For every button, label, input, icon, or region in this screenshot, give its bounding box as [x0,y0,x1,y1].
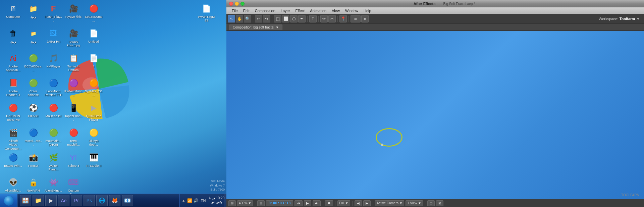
perfectmon-icon-img: 🟣 [68,78,79,89]
ae-grid-button[interactable]: ⊞ [257,200,265,206]
icon-folder-wobod[interactable]: 📁 وبود [24,2,43,26]
close-button[interactable] [229,2,233,6]
icon-mountain[interactable]: 🟢 mountain... (0108) [44,126,63,150]
icon-sebze[interactable]: 🔴 SebZeS0me... [84,2,103,26]
language-indicator[interactable]: EN [201,199,206,203]
grid-icon: ⊞ [260,201,262,205]
tool-text[interactable]: T [309,15,317,22]
tool-clone[interactable]: ✂ [328,15,336,22]
menu-edit[interactable]: Edit [240,8,252,13]
menu-file[interactable]: File [229,8,240,13]
notif-expand-arrow[interactable]: ▲ [182,199,185,202]
icon-adobe[interactable]: Ai Adobe Applicati... [4,52,22,76]
maximize-button[interactable] [240,2,245,6]
tool-puppet[interactable]: 📍 [339,15,347,22]
workspace-dropdown-arrow[interactable]: ▼ [636,17,640,21]
tool-rounded-rect[interactable]: ⬜ [282,15,289,22]
start-button[interactable] [0,194,17,207]
icon-bccae[interactable]: 🟢 BCCAEDea... [24,52,43,76]
icon-prtscr[interactable]: 📸 Prntscr [24,151,43,175]
tool-orbit[interactable]: ↪ [263,15,270,22]
menu-help[interactable]: Help [361,8,374,13]
icon-daemon[interactable]: 🔴 DAEMON Tools Pro [4,101,22,125]
taskbar-folder-btn[interactable]: 📁 [33,195,44,206]
icon-wplant[interactable]: 🌿 Walter Plant... [44,151,63,175]
icon-file-top[interactable]: 📄 WV3hT4gM93 [197,2,216,23]
icon-royaye-mpg[interactable]: 🎥 royaye khis.mpg [64,27,83,51]
tool-selection[interactable]: ↖ [228,15,235,22]
network-icon[interactable]: 📶 [187,198,192,203]
ae-timecode[interactable]: 0:00:03:13 [266,200,293,206]
icon-fifa[interactable]: ⚽ FIFA08 [24,101,43,125]
icon-jaber[interactable]: 🖼 JABer Hn [44,27,63,51]
icon-tamin[interactable]: 📋 Tamin In Hattam [64,52,83,76]
taskbar-explorer-btn[interactable]: 🪟 [20,195,31,206]
ae-quality-dropdown[interactable]: Full ▼ [337,200,350,206]
icon-receitl[interactable]: 🔵 receitl...Mn... [24,126,43,150]
icon-num1[interactable]: 📄 ۱ [84,52,103,76]
tool-rotate[interactable]: ↩ [255,15,262,22]
taskbar-pr-btn[interactable]: Pr [71,195,82,206]
taskbar-ae-btn[interactable]: Ae [58,195,69,206]
menu-window[interactable]: Window [342,8,361,13]
icon-mojib[interactable]: 🔴 Mojib.so.lbl [44,101,63,125]
taskbar-firefox-btn[interactable]: 🦊 [109,195,120,206]
ae-prev-btn[interactable]: ◀ [355,200,362,206]
menu-view[interactable]: View [329,8,342,13]
ae-play-button[interactable]: ▶ [304,200,311,206]
ae-camera-dropdown[interactable]: Active Camera ▼ [375,200,404,206]
icon-fistudio[interactable]: 🎹 FI-Studio II [84,151,103,175]
icon-kmplayer[interactable]: 🎵 KMPlayer [44,52,63,76]
ae-goto-start[interactable]: ⏮ [294,200,303,206]
ae-next-btn[interactable]: ▶ [363,200,371,206]
icon-reader[interactable]: 📕 Adobe Reader D [4,76,22,101]
ae-toggle1[interactable]: ⊡ [427,200,435,206]
system-clock[interactable]: 10:20 ق.ظ ۱۳۹۱/۷/۱ [208,196,224,205]
tool-rectangle[interactable]: ⬚ [274,15,281,22]
menu-animation[interactable]: Animation [307,8,329,13]
icon-perfectmon[interactable]: 🟣 PerfectMont... [64,76,83,101]
icon-colorbal[interactable]: 🟢 Color balance [24,76,43,101]
icon-recycle[interactable]: 🗑 وبود [4,27,22,51]
icon-loolmoon[interactable]: 🔵 LoolMoon Persian TTF [44,76,63,101]
icon-computer[interactable]: 🖥 Computer [4,2,22,26]
ae-toggle2[interactable]: ⊠ [436,200,443,206]
taskbar-ie-btn[interactable]: 🌐 [96,195,108,206]
tool-brush[interactable]: ✏ [320,15,328,22]
icon-quicktime[interactable]: ▶ QuickTime Player [84,101,103,125]
volume-icon[interactable]: 🔊 [194,198,199,203]
icon-tapriz[interactable]: 📱 TaprizPhon... [64,101,83,125]
ae-view-count-dropdown[interactable]: 1 View ▼ [406,200,423,206]
tool-hand[interactable]: ✋ [236,15,243,22]
composition-tab[interactable]: Composition: big soft fractal ▼ [229,24,282,30]
taskbar-ps-btn[interactable]: Ps [84,195,95,206]
show-desktop-button[interactable] [224,194,226,207]
comp-tab-dropdown[interactable]: ▼ [275,25,279,29]
tool-extra2[interactable]: ◉ [361,15,369,22]
tool-zoom[interactable]: 🔍 [244,15,251,22]
tool-ellipse[interactable]: ⬡ [290,15,298,22]
ae-goto-end[interactable]: ⏭ [313,200,321,206]
ae-zoom-dropdown[interactable]: 400% ▼ [237,200,253,206]
taskbar-mail-btn[interactable]: 📧 [122,195,133,206]
taskbar-mediaplayer-btn[interactable]: ▶ [45,195,57,206]
ae-bottom-comp-toggle[interactable]: ⊞ [228,200,236,206]
icon-estate[interactable]: 🔵 Estate Win... [4,151,22,175]
icon-retro[interactable]: 🔴 retro machill... [64,126,83,150]
icon-untitled[interactable]: 📄 Untitled [84,27,103,51]
icon-yahoo3[interactable]: Y! Yahoo 3 [64,151,83,175]
icon-flash-player[interactable]: F Flash_Play... [44,2,63,26]
icon-royaye-khis[interactable]: 🎥 royaye khis [64,2,83,26]
tool-extra1[interactable]: ⊞ [351,15,361,22]
tool-pen[interactable]: ✒ [298,15,306,22]
icon-xilisoft[interactable]: 🎬 Xilisoft Video Converter... [4,126,22,150]
icon-arabic-folder[interactable]: 📁 وبود [24,27,43,51]
menu-layer[interactable]: Layer [278,8,293,13]
menu-composition[interactable]: Composition [252,8,278,13]
ae-ram-preview[interactable]: ⏺ [325,200,333,206]
minimize-button[interactable] [235,2,239,6]
icon-bjfiles[interactable]: 🟠 Bj_Files_YC... [84,76,103,101]
icon-dikeyb[interactable]: 🟡 Dikeyb dost... [84,126,103,150]
ae-composition-viewport[interactable] [226,31,644,199]
menu-effect[interactable]: Effect [292,8,307,13]
